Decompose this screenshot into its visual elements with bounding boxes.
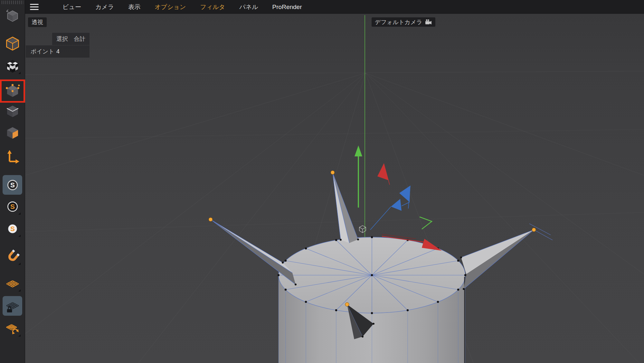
menu-options[interactable]: オプション [147,0,193,14]
flyout-indicator [18,235,21,237]
selection-info-panel: 選択 合計 ポイント 4 [26,33,90,58]
tool-edges-mode[interactable] [3,101,22,121]
dynamic-workplane-icon [5,321,20,336]
menu-view[interactable]: ビュー [55,0,88,14]
tool-enable-snap[interactable] [3,247,22,266]
solo-hierarchy-icon: S [5,221,20,236]
locked-workplane-icon [5,299,20,313]
tool-points-mode[interactable] [3,81,22,100]
mode-toolbar: S S S [0,0,25,363]
magnet-icon [5,249,20,264]
svg-text:S: S [10,181,15,189]
flyout-indicator [18,289,21,292]
selection-point-count: 4 [56,48,60,55]
solo-selection-icon: S [5,199,20,214]
cylinder-mesh[interactable] [279,237,465,363]
polygons-mode-icon [5,125,20,140]
camera-label[interactable]: デフォルトカメラ [372,17,435,27]
hamburger-menu-icon[interactable] [30,4,39,10]
toolbar-grip-handle[interactable] [2,1,23,4]
selection-data-row: ポイント 4 [26,45,90,58]
tool-texture-mode[interactable] [3,56,22,76]
viewport[interactable]: 透視 デフォルトカメラ 選択 合計 ポイント 4 [25,14,644,363]
tool-solo-hierarchy[interactable]: S [3,219,22,238]
svg-text:S: S [10,225,15,232]
tool-enable-axis[interactable] [3,146,22,166]
flyout-indicator [18,334,21,337]
spike-left [211,219,296,284]
viewport-canvas[interactable] [25,14,644,363]
tool-polygons-mode[interactable] [3,123,22,142]
flyout-indicator [18,72,21,74]
menu-prorender[interactable]: ProRender [265,0,309,14]
refresh-arrows-icon [12,329,18,334]
edges-mode-icon [5,104,20,118]
tool-dynamic-workplane[interactable] [3,319,22,338]
app-window: 透視 デフォルトカメラ 選択 合計 ポイント 4 ビュー カメラ 表示 [0,0,644,363]
selection-col-selected: 選択 [56,35,68,43]
spike-top [333,172,358,243]
spike-right [461,224,553,289]
lock-icon [8,307,10,309]
menu-display[interactable]: 表示 [121,0,147,14]
tool-viewport-solo[interactable]: S [3,175,22,195]
camera-label-text: デフォルトカメラ [375,18,422,26]
selection-header-row: 選択 合計 [52,33,90,45]
flyout-indicator [18,212,21,215]
gizmo-blue-head-1 [399,186,410,202]
tool-model-mode[interactable] [3,33,22,53]
svg-text:S: S [10,203,15,210]
tool-solo-selection[interactable]: S [3,197,22,216]
enable-axis-icon [5,149,20,164]
workplane-grid-icon [5,276,20,291]
flyout-indicator [18,263,21,265]
texture-mode-icon [5,59,20,73]
view-mode-label[interactable]: 透視 [28,17,47,27]
make-editable-icon [5,8,20,23]
menu-bar: ビュー カメラ 表示 オプション フィルタ パネル ProRender [25,0,644,14]
points-mode-icon [5,83,20,98]
tool-locked-workplane[interactable] [3,296,22,316]
menu-camera[interactable]: カメラ [88,0,121,14]
viewport-solo-icon: S [5,178,20,192]
menu-filter[interactable]: フィルタ [193,0,232,14]
gizmo-blue-head-2 [391,199,402,211]
gizmo-red-head [377,163,388,180]
tool-make-editable[interactable] [3,6,22,25]
tool-workplane[interactable] [3,274,22,293]
selection-col-total: 合計 [74,35,85,43]
model-mode-icon [5,36,20,51]
camera-icon [425,19,432,25]
menu-panel[interactable]: パネル [232,0,265,14]
selection-row-label: ポイント [31,48,56,55]
